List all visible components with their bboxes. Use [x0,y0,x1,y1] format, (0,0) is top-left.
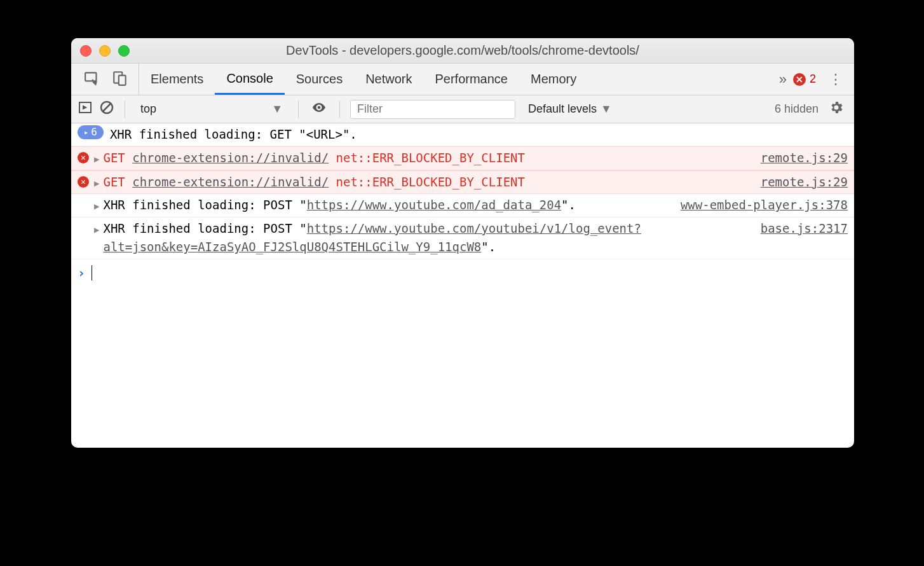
log-text: XHR finished loading: GET "<URL>". [110,125,848,144]
hidden-messages-count[interactable]: 6 hidden [775,102,819,116]
tabbar: Elements Console Sources Network Perform… [71,64,854,95]
log-error-row[interactable]: ✕ ▶ GET chrome-extension://invalid/ net:… [71,146,854,170]
log-info-row[interactable]: ▶ XHR finished loading: POST "https://ww… [71,217,854,259]
log-error-row[interactable]: ✕ ▶ GET chrome-extension://invalid/ net:… [71,170,854,194]
source-link[interactable]: www-embed-player.js:378 [681,196,848,214]
separator [339,100,340,118]
tab-sources[interactable]: Sources [285,64,354,95]
console-prompt[interactable]: › [71,259,854,287]
live-expression-icon[interactable] [309,100,329,118]
error-icon: ✕ [78,176,89,188]
net-error: net::ERR_BLOCKED_BY_CLIENT [336,175,525,189]
disclosure-triangle-icon[interactable]: ▶ [94,177,99,191]
log-levels-selector[interactable]: Default levels ▼ [522,102,618,116]
svg-rect-2 [119,75,126,85]
log-text: GET chrome-extension://invalid/ net::ERR… [103,149,747,167]
error-count-badge[interactable]: ✕ 2 [793,72,816,86]
tab-memory[interactable]: Memory [519,64,588,95]
console-log-area[interactable]: 6 XHR finished loading: GET "<URL>". ✕ ▶… [71,123,854,448]
execution-context-selector[interactable]: top ▼ [135,102,288,116]
inspect-element-icon[interactable] [84,70,100,89]
disclosure-triangle-icon[interactable]: ▶ [94,200,99,214]
error-icon: ✕ [78,152,89,163]
log-prefix: XHR finished loading: POST " [103,198,306,212]
maximize-window-button[interactable] [118,45,130,57]
chevron-down-icon: ▼ [601,102,612,116]
chevron-down-icon: ▼ [271,102,283,116]
devtools-menu-icon[interactable]: ⋮ [825,71,846,88]
tabbar-leading-icons [79,64,139,95]
svg-rect-0 [85,72,96,81]
more-tabs-icon[interactable]: » [779,71,784,88]
disclosure-triangle-icon[interactable]: ▶ [94,223,99,237]
context-label: top [140,102,156,116]
url[interactable]: chrome-extension://invalid/ [132,175,329,189]
log-suffix: ". [561,198,576,212]
log-suffix: ". [481,240,496,254]
error-count-value: 2 [810,72,816,86]
toggle-drawer-icon[interactable] [78,100,93,118]
log-group-row[interactable]: 6 XHR finished loading: GET "<URL>". [71,123,854,146]
error-icon: ✕ [793,73,806,86]
device-toolbar-icon[interactable] [112,70,128,89]
svg-point-5 [318,106,321,109]
tabbar-right: » ✕ 2 ⋮ [779,64,854,95]
console-settings-icon[interactable] [825,100,848,118]
console-toolbar: top ▼ Default levels ▼ 6 hidden [71,95,854,123]
tabs: Elements Console Sources Network Perform… [139,64,588,95]
disclosure-triangle-icon[interactable]: ▶ [94,153,99,167]
text-cursor [92,265,92,280]
http-method: GET [103,151,125,165]
log-text: XHR finished loading: POST "https://www.… [103,219,747,257]
close-window-button[interactable] [80,45,92,57]
tab-network[interactable]: Network [354,64,423,95]
tab-elements[interactable]: Elements [139,64,215,95]
levels-label: Default levels [528,102,597,116]
group-count-pill[interactable]: 6 [78,125,104,139]
log-prefix: XHR finished loading: POST " [103,221,306,235]
separator [298,100,299,118]
prompt-chevron-icon: › [78,263,85,283]
traffic-lights [80,45,130,57]
separator [125,100,125,118]
minimize-window-button[interactable] [99,45,111,57]
log-info-row[interactable]: ▶ XHR finished loading: POST "https://ww… [71,194,854,217]
url[interactable]: chrome-extension://invalid/ [132,151,329,165]
tab-console[interactable]: Console [215,64,284,95]
net-error: net::ERR_BLOCKED_BY_CLIENT [336,151,525,165]
url[interactable]: https://www.youtube.com/ad_data_204 [307,198,561,212]
tab-performance[interactable]: Performance [424,64,520,95]
http-method: GET [103,175,125,189]
devtools-window: DevTools - developers.google.com/web/too… [71,38,854,448]
source-link[interactable]: remote.js:29 [761,173,848,191]
log-text: XHR finished loading: POST "https://www.… [103,196,667,214]
titlebar: DevTools - developers.google.com/web/too… [71,38,854,64]
source-link[interactable]: base.js:2317 [761,219,848,238]
clear-console-icon[interactable] [99,100,114,118]
filter-input[interactable] [350,100,515,119]
window-title: DevTools - developers.google.com/web/too… [71,43,854,58]
log-text: GET chrome-extension://invalid/ net::ERR… [103,173,747,191]
source-link[interactable]: remote.js:29 [761,149,848,167]
